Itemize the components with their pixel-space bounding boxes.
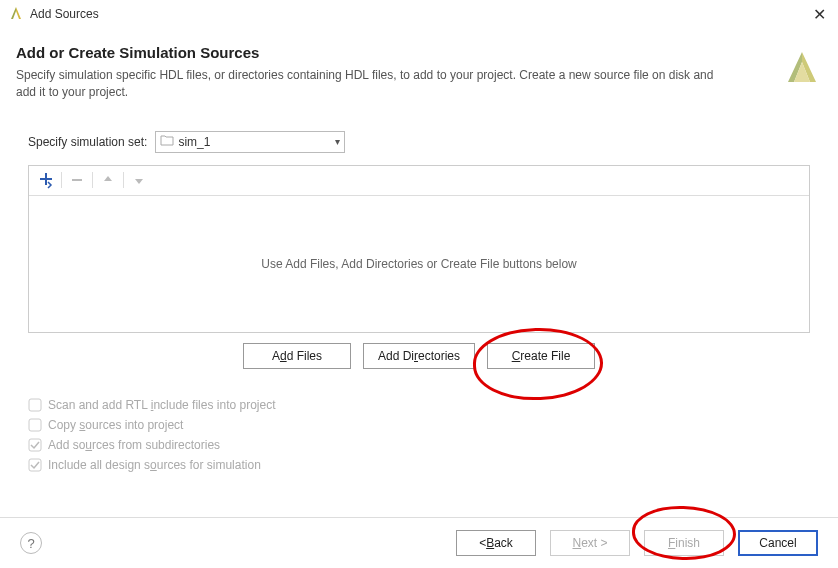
next-button: Next >	[550, 530, 630, 556]
add-directories-button[interactable]: Add Directories	[363, 343, 475, 369]
footer: ? < Back Next > Finish Cancel	[0, 517, 838, 568]
cancel-button[interactable]: Cancel	[738, 530, 818, 556]
separator	[61, 172, 62, 188]
svg-rect-3	[29, 439, 41, 451]
folder-icon	[160, 134, 174, 149]
file-list-frame: Use Add Files, Add Directories or Create…	[28, 165, 810, 333]
simset-dropdown[interactable]: sim_1 ▾	[155, 131, 345, 153]
window-title: Add Sources	[30, 7, 99, 21]
close-icon[interactable]: ✕	[809, 5, 830, 24]
scan-rtl-checkbox: Scan and add RTL include files into proj…	[28, 395, 810, 415]
file-list-empty-text: Use Add Files, Add Directories or Create…	[29, 196, 809, 332]
add-subdirectories-checkbox: Add sources from subdirectories	[28, 435, 810, 455]
header: Add or Create Simulation Sources Specify…	[0, 28, 838, 111]
titlebar: Add Sources ✕	[0, 0, 838, 28]
include-design-sources-checkbox: Include all design sources for simulatio…	[28, 455, 810, 475]
create-file-button[interactable]: Create File	[487, 343, 595, 369]
simset-value: sim_1	[178, 135, 331, 149]
help-button[interactable]: ?	[20, 532, 42, 554]
page-title: Add or Create Simulation Sources	[16, 44, 822, 61]
svg-rect-4	[29, 459, 41, 471]
finish-button: Finish	[644, 530, 724, 556]
chevron-down-icon: ▾	[335, 136, 340, 147]
add-button[interactable]	[33, 167, 59, 193]
separator	[123, 172, 124, 188]
move-up-button	[95, 167, 121, 193]
svg-rect-0	[72, 179, 82, 181]
copy-sources-checkbox: Copy sources into project	[28, 415, 810, 435]
back-button[interactable]: < Back	[456, 530, 536, 556]
simset-label: Specify simulation set:	[28, 135, 147, 149]
separator	[92, 172, 93, 188]
app-icon	[8, 6, 24, 22]
remove-button	[64, 167, 90, 193]
move-down-button	[126, 167, 152, 193]
file-list-toolbar	[29, 166, 809, 196]
options: Scan and add RTL include files into proj…	[28, 395, 810, 475]
page-description: Specify simulation specific HDL files, o…	[16, 67, 736, 101]
svg-rect-2	[29, 419, 41, 431]
add-files-button[interactable]: Add Files	[243, 343, 351, 369]
vivado-logo-icon	[782, 48, 822, 91]
svg-rect-1	[29, 399, 41, 411]
